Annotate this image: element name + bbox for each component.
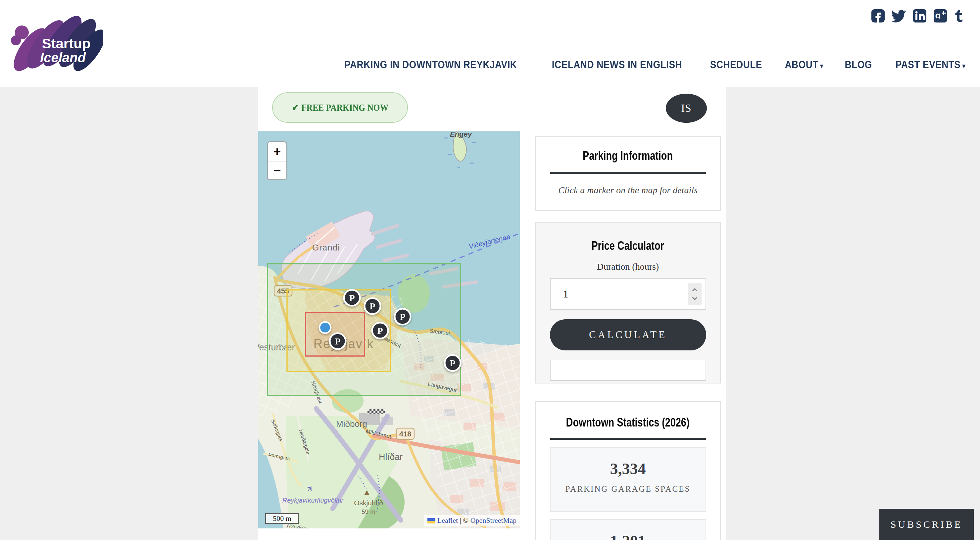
logo-word-startup: Startup [42, 36, 91, 51]
leaflet-link[interactable]: Leaflet [438, 516, 458, 524]
svg-text:P: P [377, 326, 383, 336]
number-stepper[interactable] [688, 283, 702, 305]
svg-text:418: 418 [399, 430, 412, 438]
parking-marker[interactable]: P [372, 322, 388, 338]
ukraine-flag-icon [428, 518, 435, 523]
price-calculator-panel: Price Calculator Duration (hours) CALCUL… [535, 222, 721, 383]
chevron-down-icon: ▾ [963, 62, 966, 70]
leaflet-map[interactable]: 455 418 Engey Grandi Viðeyjarferjan Reyk… [258, 131, 520, 529]
svg-text:P: P [335, 336, 340, 346]
parking-info-title: Parking Information [536, 149, 720, 163]
attribution-separator: | [460, 516, 461, 524]
parking-marker[interactable]: P [330, 333, 346, 349]
label-airport: Reykjavíkurflugvöllur [282, 497, 344, 504]
zoom-in-button[interactable]: + [268, 142, 286, 161]
logo-word-iceland: Iceland [40, 50, 86, 65]
facebook-icon[interactable] [871, 9, 885, 23]
duration-field-wrap [550, 278, 706, 310]
divider [550, 438, 706, 440]
openstreetmap-link[interactable]: OpenStreetMap [471, 516, 517, 524]
nav-iceland-news[interactable]: ICELAND NEWS IN ENGLISH [545, 59, 689, 71]
google-plus-icon[interactable]: g [933, 9, 948, 23]
duration-input[interactable] [550, 278, 706, 310]
svg-text:P: P [349, 293, 355, 303]
downtown-statistics-panel: Downtown Statistics (2026) 3,334 PARKING… [535, 401, 721, 540]
calculate-button[interactable]: CALCULATE [550, 319, 706, 350]
content-area: ✔FREE PARKING NOW IS [258, 87, 726, 540]
stepper-down-icon[interactable] [692, 295, 698, 300]
stat-value: 3,334 [550, 448, 706, 478]
subscribe-button[interactable]: SUBSCRIBE [879, 509, 974, 540]
map-attribution: Leaflet | © OpenStreetMap [424, 515, 520, 526]
label-oskjuhlid: Öskjuhlíð [354, 499, 383, 507]
attribution-copyright: © [463, 516, 468, 524]
parking-marker[interactable]: P [445, 355, 461, 371]
duration-label: Duration (hours) [536, 261, 720, 272]
stat-card-second: 1,201 [550, 519, 706, 540]
current-location-marker[interactable] [320, 322, 331, 333]
free-parking-label: FREE PARKING NOW [301, 102, 388, 113]
stat-card-garage-spaces: 3,334 PARKING GARAGE SPACES [550, 447, 706, 512]
check-icon: ✔ [292, 103, 298, 113]
label-midborg: Miðborg [336, 419, 367, 429]
stat-label: PARKING GARAGE SPACES [550, 484, 706, 494]
nav-blog[interactable]: BLOG [843, 59, 874, 71]
stepper-up-icon[interactable] [692, 288, 698, 293]
chevron-down-icon: ▾ [820, 62, 823, 70]
main-nav: PARKING IN DOWNTOWN REYKJAVIK ICELAND NE… [335, 59, 969, 71]
stat-value: 1,201 [550, 520, 706, 540]
parking-marker[interactable]: P [395, 309, 410, 325]
tumblr-icon[interactable] [953, 9, 965, 23]
label-hlidar: Hlíðar [379, 452, 402, 462]
parking-marker[interactable]: P [364, 298, 380, 314]
page: Startup Iceland g [0, 0, 980, 540]
language-toggle-button[interactable]: IS [666, 94, 707, 123]
nav-parking-downtown[interactable]: PARKING IN DOWNTOWN REYKJAVIK [335, 59, 527, 71]
svg-text:P: P [399, 312, 405, 322]
map-scale-bar: 500 m [265, 513, 299, 524]
map-canvas: 455 418 Engey Grandi Viðeyjarferjan Reyk… [258, 131, 520, 529]
label-grandi: Grandi [312, 243, 340, 253]
nav-about[interactable]: ABOUT▾ [783, 59, 826, 71]
parking-info-panel: Parking Information Click a marker on th… [535, 136, 721, 211]
twitter-icon[interactable] [891, 9, 907, 22]
road-shield-418: 418 [396, 428, 414, 439]
nav-schedule[interactable]: SCHEDULE [707, 59, 765, 71]
map-zoom-control: + − [267, 141, 287, 180]
parking-marker[interactable]: P [344, 290, 360, 306]
social-icons: g [871, 9, 965, 23]
label-elevation: 59 m [361, 508, 375, 515]
zoom-out-button[interactable]: − [268, 161, 286, 179]
nav-past-events[interactable]: PAST EVENTS▾ [892, 59, 969, 71]
svg-text:P: P [369, 301, 375, 311]
price-calculator-title: Price Calculator [536, 239, 720, 253]
calc-result-box [550, 360, 706, 381]
linkedin-icon[interactable] [912, 9, 927, 23]
svg-text:P: P [450, 358, 455, 368]
parking-info-hint: Click a marker on the map for details [536, 185, 720, 195]
statistics-title: Downtown Statistics (2026) [536, 416, 720, 429]
free-parking-badge: ✔FREE PARKING NOW [272, 92, 408, 123]
startup-iceland-logo[interactable]: Startup Iceland [7, 8, 103, 74]
divider [550, 172, 706, 174]
header: Startup Iceland g [0, 0, 980, 87]
label-engey: Engey [450, 131, 473, 138]
